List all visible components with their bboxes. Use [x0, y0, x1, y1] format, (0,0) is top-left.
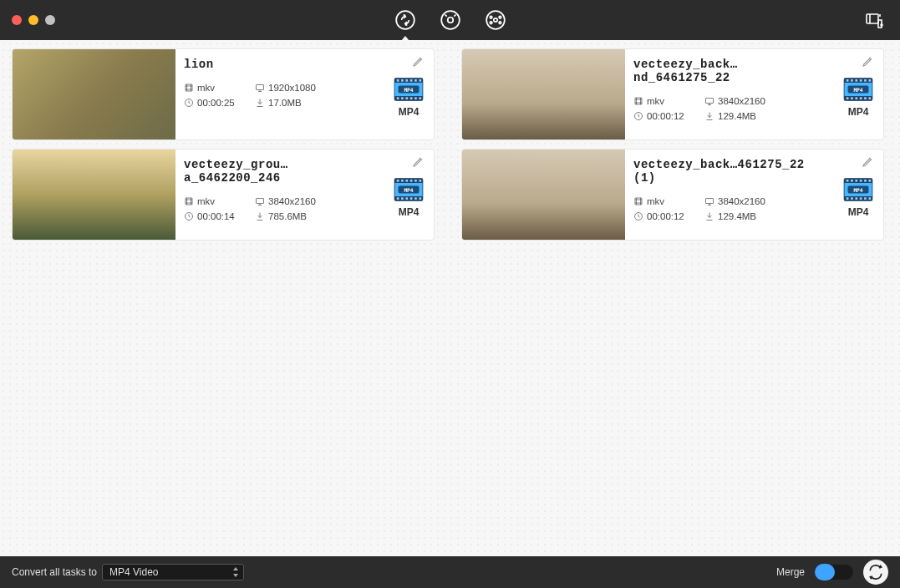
- card-body: vecteezy_grou…a_6462200_246 mkv 3840x216…: [175, 150, 434, 240]
- svg-rect-82: [868, 180, 871, 182]
- svg-rect-88: [868, 197, 871, 200]
- svg-rect-86: [860, 197, 862, 200]
- svg-rect-47: [864, 97, 867, 99]
- main-content: lion mkv 1920x1080 00:00:25 17.0MB: [0, 40, 900, 556]
- meta-resolution: 1920x1080: [255, 83, 347, 93]
- titlebar: [0, 0, 900, 40]
- svg-point-8: [499, 22, 501, 24]
- svg-rect-46: [860, 97, 862, 99]
- svg-rect-52: [257, 199, 264, 204]
- traffic-lights: [12, 15, 55, 25]
- meta-resolution: 3840x2160: [704, 196, 796, 206]
- svg-rect-42: [868, 79, 871, 82]
- svg-rect-48: [868, 97, 871, 99]
- svg-rect-61: [414, 180, 417, 182]
- video-title: lion: [184, 58, 376, 71]
- meta-duration: 00:00:25: [184, 98, 255, 108]
- toggle-knob: [815, 564, 835, 580]
- svg-rect-20: [410, 79, 413, 82]
- card-body: vecteezy_back…461275_22 (1) mkv 3840x216…: [625, 150, 883, 240]
- maximize-window-button[interactable]: [45, 15, 55, 25]
- svg-rect-32: [706, 99, 714, 104]
- svg-rect-81: [864, 180, 867, 182]
- meta-format: mkv: [184, 196, 255, 206]
- svg-point-0: [396, 11, 414, 29]
- video-card[interactable]: vecteezy_back…461275_22 (1) mkv 3840x216…: [461, 149, 884, 241]
- video-thumbnail[interactable]: [462, 49, 625, 139]
- svg-rect-77: [847, 180, 849, 182]
- edit-button[interactable]: [862, 155, 877, 170]
- video-thumbnail[interactable]: [13, 150, 175, 240]
- svg-rect-87: [864, 197, 867, 200]
- svg-rect-18: [401, 79, 404, 82]
- svg-rect-85: [855, 197, 857, 200]
- svg-rect-62: [419, 180, 421, 182]
- target-format-select[interactable]: MP4 Video: [102, 564, 244, 580]
- tab-convert[interactable]: [393, 8, 418, 33]
- tab-download[interactable]: [438, 8, 463, 33]
- merge-toggle[interactable]: [815, 565, 853, 580]
- edit-button[interactable]: [412, 155, 427, 170]
- svg-rect-83: [847, 197, 849, 200]
- target-format-label: MP4: [399, 106, 419, 118]
- svg-rect-45: [855, 97, 857, 99]
- video-title: vecteezy_back…461275_22 (1): [633, 158, 826, 185]
- top-tabs: [393, 8, 508, 33]
- tab-dvd[interactable]: [483, 8, 508, 33]
- card-body: vecteezy_back…nd_6461275_22 mkv 3840x216…: [625, 49, 883, 139]
- svg-rect-37: [847, 79, 849, 82]
- svg-rect-23: [397, 97, 399, 99]
- video-card[interactable]: vecteezy_grou…a_6462200_246 mkv 3840x216…: [12, 149, 435, 241]
- svg-point-7: [490, 22, 492, 24]
- target-format-label: MP4: [848, 206, 869, 218]
- video-thumbnail[interactable]: [13, 49, 175, 139]
- svg-rect-40: [860, 79, 862, 82]
- svg-rect-17: [397, 79, 399, 82]
- target-format-badge[interactable]: MP4 MP4: [843, 76, 873, 118]
- target-format-label: MP4: [848, 106, 869, 118]
- video-title: vecteezy_grou…a_6462200_246: [184, 158, 376, 185]
- target-format-badge[interactable]: MP4 MP4: [843, 176, 873, 218]
- svg-rect-26: [410, 97, 413, 99]
- minimize-window-button[interactable]: [28, 15, 38, 25]
- meta-duration: 00:00:14: [184, 211, 255, 221]
- svg-rect-72: [706, 199, 714, 204]
- meta-filesize: 129.4MB: [704, 211, 796, 221]
- edit-button[interactable]: [862, 54, 877, 69]
- convert-all-label: Convert all tasks to: [12, 566, 97, 578]
- edit-button[interactable]: [412, 54, 427, 69]
- svg-rect-78: [851, 180, 853, 182]
- svg-rect-59: [405, 180, 408, 182]
- card-body: lion mkv 1920x1080 00:00:25 17.0MB: [175, 49, 434, 139]
- start-convert-button[interactable]: [863, 560, 888, 585]
- target-format-badge[interactable]: MP4 MP4: [394, 176, 424, 218]
- meta-filesize: 17.0MB: [255, 98, 347, 108]
- close-window-button[interactable]: [12, 15, 22, 25]
- video-card[interactable]: lion mkv 1920x1080 00:00:25 17.0MB: [12, 48, 435, 140]
- svg-rect-67: [414, 197, 417, 200]
- svg-rect-79: [855, 180, 857, 182]
- svg-rect-60: [410, 180, 413, 182]
- svg-rect-19: [405, 79, 408, 82]
- meta-resolution: 3840x2160: [255, 196, 347, 206]
- svg-rect-25: [405, 97, 408, 99]
- selected-target-format: MP4 Video: [109, 566, 158, 578]
- svg-point-6: [499, 16, 501, 18]
- svg-rect-27: [414, 97, 417, 99]
- svg-rect-28: [419, 97, 421, 99]
- svg-text:MP4: MP4: [404, 87, 413, 93]
- svg-rect-43: [847, 97, 849, 99]
- video-card[interactable]: vecteezy_back…nd_6461275_22 mkv 3840x216…: [461, 48, 884, 140]
- svg-point-5: [490, 16, 492, 18]
- svg-rect-21: [414, 79, 417, 82]
- media-library-button[interactable]: [863, 9, 885, 31]
- meta-format: mkv: [184, 83, 255, 93]
- svg-point-3: [486, 11, 505, 29]
- target-format-badge[interactable]: MP4 MP4: [394, 76, 424, 118]
- merge-label: Merge: [776, 566, 805, 578]
- target-format-label: MP4: [399, 206, 419, 218]
- video-thumbnail[interactable]: [462, 150, 625, 240]
- meta-format: mkv: [633, 96, 704, 106]
- video-title: vecteezy_back…nd_6461275_22: [633, 58, 826, 84]
- svg-rect-24: [401, 97, 404, 99]
